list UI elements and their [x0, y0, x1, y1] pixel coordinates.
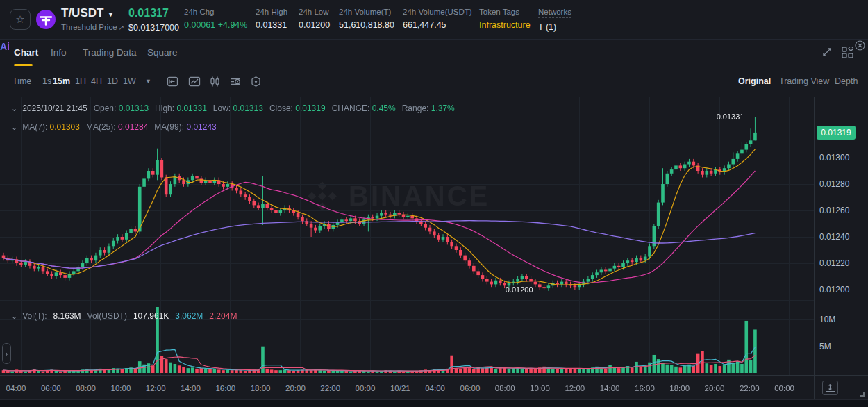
- stat-label: 24h High: [256, 8, 287, 16]
- layout-grid-icon[interactable]: [842, 47, 853, 61]
- ohlc-label: Open:: [94, 103, 119, 113]
- collapse-caret-icon[interactable]: ⌄: [11, 312, 17, 320]
- stat-value: 0.01331: [256, 20, 287, 30]
- price-axis-separator: [814, 97, 815, 399]
- page-background-strip: [0, 400, 868, 407]
- ma-value: 0.01303: [50, 122, 80, 132]
- external-link-icon[interactable]: ↗: [119, 24, 124, 31]
- interval-1d[interactable]: 1D: [107, 76, 118, 86]
- ohlc-value: 0.45%: [372, 103, 396, 113]
- interval-1w[interactable]: 1W: [123, 76, 136, 86]
- ma-label: MA(99):: [154, 122, 186, 132]
- low-marker-dash: [535, 290, 543, 290]
- ohlc-label: High:: [155, 103, 176, 113]
- stat-value: 51,610,818.80: [339, 20, 394, 30]
- ohlc-label: Close:: [269, 103, 295, 113]
- collapse-caret-icon[interactable]: ⌄: [11, 104, 17, 113]
- stat-value: Infrastructure: [479, 20, 531, 30]
- time-label: 06:00: [41, 384, 61, 392]
- time-label: 18:00: [669, 384, 690, 392]
- vol-legend-item: 107.961K: [133, 311, 169, 321]
- ohlc-label: Low:: [213, 103, 233, 113]
- stat-24h-high: 24h High0.01331: [256, 8, 287, 30]
- tab-chart[interactable]: Chart: [14, 47, 38, 58]
- interval-4h[interactable]: 4H: [91, 76, 102, 86]
- vol-legend-item: 2.204M: [209, 311, 237, 321]
- time-label: 18:00: [251, 384, 271, 392]
- time-label: 22:00: [320, 384, 340, 392]
- chevron-down-icon[interactable]: ▼: [107, 10, 114, 18]
- ohlc-value: 0.01313: [119, 103, 149, 113]
- last-price-badge: 0.01319: [817, 126, 856, 140]
- tab-info[interactable]: Info: [51, 47, 67, 58]
- interval-1s[interactable]: 1s: [42, 76, 51, 86]
- pair-block[interactable]: T/USDT▼ Threshold Price↗: [61, 6, 124, 31]
- ma-legend: ⌄MA(7): 0.01303MA(25): 0.01284MA(99): 0.…: [11, 122, 223, 132]
- stat-value: 0.01200: [299, 20, 330, 30]
- stat-24h-low: 24h Low0.01200: [299, 8, 330, 30]
- volume-tick: 10M: [819, 315, 835, 324]
- pair-title: T/USDT: [61, 6, 103, 19]
- ma-label: MA(7):: [22, 122, 49, 132]
- time-label: 22:00: [740, 384, 760, 392]
- tab-trading-data[interactable]: Trading Data: [83, 47, 137, 58]
- last-price: 0.01317: [128, 7, 179, 19]
- panel-expander-button[interactable]: ›: [2, 343, 11, 364]
- price-tick: 0.01300: [819, 153, 849, 163]
- tab-bar: ChartInfoTrading DataSquare Ai: [0, 40, 868, 67]
- active-tab-underline: [14, 64, 33, 66]
- tab-square[interactable]: Square: [147, 47, 178, 58]
- threshold-logo-icon: [36, 10, 56, 29]
- stat-24h-chg: 24h Chg0.00061 +4.94%: [184, 8, 247, 30]
- stat-token-tags: Token TagsInfrastructure: [479, 8, 531, 30]
- stat-label: Token Tags: [479, 8, 531, 16]
- pair-header: ☆ T/USDT▼ Threshold Price↗ 0.01317 $0.01…: [0, 0, 868, 40]
- fullscreen-icon[interactable]: [821, 47, 833, 60]
- indicators-icon[interactable]: [229, 76, 242, 90]
- favorite-button[interactable]: ☆: [10, 9, 31, 30]
- time-axis-separator: [0, 375, 868, 376]
- view-depth[interactable]: Depth: [835, 76, 858, 86]
- view-original[interactable]: Original: [738, 76, 771, 86]
- stat-label: 24h Chg: [184, 8, 247, 16]
- candlestick-icon[interactable]: [209, 76, 221, 90]
- ohlc-label: Range:: [402, 103, 431, 113]
- view-trading-view[interactable]: Trading View: [779, 76, 829, 86]
- volume-tick: 5M: [819, 342, 831, 351]
- interval-15m[interactable]: 15m: [53, 76, 70, 86]
- ohlc-value: 1.37%: [431, 103, 455, 113]
- candle-datetime: 2025/10/21 21:45: [22, 103, 87, 113]
- usd-price: $0.01317000: [128, 23, 179, 33]
- price-volume-chart-canvas[interactable]: [0, 97, 814, 375]
- axis-scale-button[interactable]: [822, 381, 838, 395]
- chart-settings-icon[interactable]: [250, 76, 262, 90]
- ohlc-value: 0.01319: [295, 103, 325, 113]
- stat-24h-volume-t-: 24h Volume(T)51,610,818.80: [339, 8, 394, 30]
- ohlc-value: 0.01313: [233, 103, 263, 113]
- stat-label: 24h Volume(T): [339, 8, 394, 16]
- chart-style-icon[interactable]: [188, 76, 201, 90]
- price-tick: 0.01280: [819, 179, 849, 189]
- jump-to-date-icon[interactable]: [167, 76, 178, 90]
- stat-24h-volume-usdt-: 24h Volume(USDT)661,447.45: [403, 8, 472, 30]
- time-label: 16:00: [635, 384, 655, 392]
- stat-networks: NetworksT (1): [538, 8, 571, 32]
- resize-corner-icon[interactable]: [860, 392, 865, 397]
- interval-time[interactable]: Time: [12, 76, 31, 86]
- vol-legend-item: Vol(T):: [22, 311, 47, 321]
- time-label: 08:00: [495, 384, 515, 392]
- price-tick: 0.01220: [819, 258, 849, 268]
- price-tick: 0.01200: [819, 285, 849, 294]
- vol-legend-item: 8.163M: [53, 311, 81, 321]
- high-price-marker: 0.01331: [717, 113, 744, 121]
- trading-page: ☆ T/USDT▼ Threshold Price↗ 0.01317 $0.01…: [0, 0, 868, 407]
- stat-label: Networks: [538, 8, 571, 18]
- interval-dropdown-icon[interactable]: ▼: [145, 78, 151, 85]
- collapse-caret-icon[interactable]: ⌄: [11, 123, 17, 131]
- ai-assistant-button[interactable]: Ai: [0, 41, 10, 52]
- interval-1h[interactable]: 1H: [75, 76, 86, 86]
- stat-value: T (1): [538, 22, 571, 32]
- ohlc-label: CHANGE:: [332, 103, 372, 113]
- price-tick: 0.01240: [819, 232, 849, 242]
- close-icon[interactable]: [855, 40, 865, 53]
